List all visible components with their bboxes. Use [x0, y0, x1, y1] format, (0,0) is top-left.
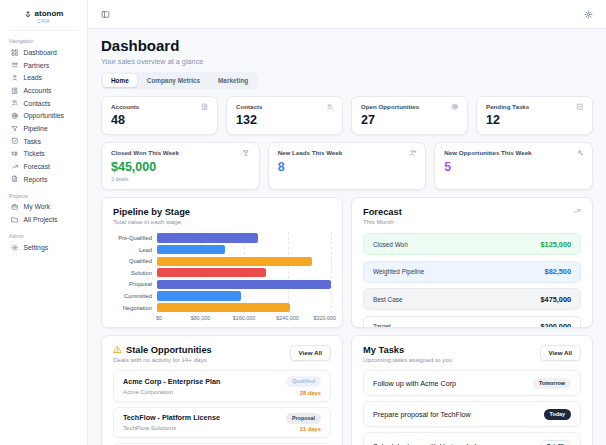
stat-card-contacts: Contacts132	[226, 96, 343, 136]
chart-bar-qualified[interactable]	[157, 257, 312, 266]
check-square-icon	[11, 137, 19, 145]
stat-card-open-opportunities: Open Opportunities27	[351, 96, 468, 136]
forecast-value: $475,000	[541, 295, 571, 304]
tasks-view-all-button[interactable]: View All	[540, 345, 581, 361]
chart-category-label: Solution	[113, 267, 157, 279]
sidebar-item-tasks[interactable]: Tasks	[9, 135, 78, 148]
sidebar-item-accounts[interactable]: Accounts	[9, 84, 78, 97]
sidebar-item-reports[interactable]: Reports	[9, 173, 78, 186]
chart-category-label: Committed	[113, 290, 157, 302]
company-name: TechFlow Solutions	[123, 424, 220, 431]
stale-item[interactable]: TechFlow - Platform LicenseTechFlow Solu…	[113, 407, 331, 439]
users-icon	[11, 99, 19, 107]
pipeline-chart: Pre-QualifiedLeadQualifiedSolutionPropos…	[113, 232, 331, 313]
stat-value: 27	[361, 113, 458, 127]
chart-bar-pre-qualified[interactable]	[157, 233, 258, 242]
task-item[interactable]: Schedule demo with Horizon LabsFeb 25	[363, 432, 581, 445]
stat-card-accounts: Accounts48	[101, 96, 218, 136]
due-badge: Today	[544, 409, 571, 420]
chart-plot	[157, 232, 331, 313]
tab-bar: HomeCompany MetricsMarketing	[101, 72, 258, 89]
sidebar-item-partners[interactable]: Partners	[9, 59, 78, 72]
check-square-icon	[576, 103, 584, 111]
content: Dashboard Your sales overview at a glanc…	[88, 29, 606, 445]
stale-days: 21 days	[300, 426, 321, 432]
brand-sub: CRM	[9, 19, 78, 31]
sidebar-item-tickets[interactable]: Tickets	[9, 148, 78, 161]
forecast-value: $125,000	[541, 240, 571, 249]
pipeline-subtitle: Total value in each stage	[113, 218, 190, 225]
tab-marketing[interactable]: Marketing	[210, 74, 256, 87]
stale-list: Acme Corp - Enterprise PlanAcme Corporat…	[113, 370, 331, 445]
brand-name: atonom	[35, 9, 64, 18]
logo-icon	[24, 10, 32, 18]
stat-value: 5	[444, 160, 583, 174]
chart-tick-label: $240,000	[276, 315, 298, 321]
task-item[interactable]: Prepare proposal for TechFlowToday	[363, 401, 581, 427]
company-name: Acme Corporation	[123, 388, 220, 395]
chart-bar-lead[interactable]	[157, 245, 225, 254]
task-title: Prepare proposal for TechFlow	[373, 410, 471, 419]
chart-category-label: Lead	[113, 244, 157, 256]
task-title: Follow up with Acme Corp	[373, 379, 456, 388]
stat-value: 48	[111, 113, 208, 127]
task-item[interactable]: Follow up with Acme CorpTomorrow	[363, 370, 581, 396]
sidebar-section-label: Navigation	[9, 38, 78, 44]
chart-tick-label: $0	[156, 315, 162, 321]
stale-view-all-button[interactable]: View All	[290, 345, 331, 361]
pipeline-icon	[11, 125, 19, 133]
chart-tick-label: $80,000	[191, 315, 211, 321]
gear-icon[interactable]	[584, 10, 593, 19]
stat-card-pending-tasks: Pending Tasks12	[476, 96, 593, 136]
ticket-icon	[11, 150, 19, 158]
tasks-subtitle: Upcoming tasks assigned to you	[363, 356, 452, 363]
warning-icon	[113, 345, 122, 354]
tasks-list: Follow up with Acme CorpTomorrowPrepare …	[363, 370, 581, 445]
stale-title: Stale Opportunities	[126, 345, 212, 355]
stale-panel: Stale Opportunities Deals with no activi…	[101, 335, 343, 445]
stat-card-new-leads-this-week: New Leads This Week8	[268, 142, 427, 190]
forecast-row-closed-won: Closed Won$125,000	[363, 233, 581, 255]
due-badge: Tomorrow	[533, 378, 571, 389]
briefcase-icon	[11, 203, 19, 211]
tab-home[interactable]: Home	[103, 74, 137, 87]
tab-company-metrics[interactable]: Company Metrics	[139, 74, 208, 87]
partners-icon	[11, 61, 19, 69]
sidebar-item-opportunities[interactable]: Opportunities	[9, 109, 78, 122]
opportunity-name: TechFlow - Platform License	[123, 413, 220, 422]
building-icon	[201, 103, 209, 111]
sidebar-item-leads[interactable]: Leads	[9, 71, 78, 84]
trophy-icon	[242, 149, 250, 157]
chart-bar-negotiation[interactable]	[157, 303, 290, 312]
stale-item[interactable]: Acme Corp - Enterprise PlanAcme Corporat…	[113, 370, 331, 402]
stat-card-closed-won-this-week: Closed Won This Week$45,0003 deals	[101, 142, 260, 190]
forecast-panel: Forecast This Month Closed Won$125,000We…	[351, 197, 593, 328]
users-icon	[326, 103, 334, 111]
forecast-row-best-case: Best Case$475,000	[363, 288, 581, 310]
pipeline-title: Pipeline by Stage	[113, 207, 190, 217]
lead-icon	[11, 74, 19, 82]
due-badge: Feb 25	[540, 440, 571, 445]
sidebar-item-contacts[interactable]: Contacts	[9, 97, 78, 110]
building-icon	[11, 87, 19, 95]
sidebar-item-dashboard[interactable]: Dashboard	[9, 46, 78, 59]
week-stats-row: Closed Won This Week$45,0003 dealsNew Le…	[101, 142, 593, 190]
sidebar-item-pipeline[interactable]: Pipeline	[9, 122, 78, 135]
tasks-title: My Tasks	[363, 345, 452, 355]
opportunity-name: Acme Corp - Enterprise Plan	[123, 377, 220, 386]
sidebar-item-my-work[interactable]: My Work	[9, 201, 78, 214]
sidebar-item-all-projects[interactable]: All Projects	[9, 213, 78, 226]
sidebar-item-forecast[interactable]: Forecast	[9, 160, 78, 173]
forecast-value: $82,500	[545, 267, 571, 276]
sparkles-icon	[576, 149, 584, 157]
chart-bar-committed[interactable]	[157, 291, 241, 300]
chart-bar-proposal[interactable]	[157, 280, 331, 289]
gear-icon	[11, 244, 19, 252]
chart-bar-solution[interactable]	[157, 268, 266, 277]
stage-badge: Proposal	[286, 413, 321, 424]
panel-left-icon[interactable]	[101, 10, 110, 19]
sidebar-item-settings[interactable]: Settings	[9, 241, 78, 254]
trending-up-icon	[11, 163, 19, 171]
stage-badge: Qualified	[286, 376, 321, 387]
forecast-value: $200,000	[541, 322, 571, 327]
